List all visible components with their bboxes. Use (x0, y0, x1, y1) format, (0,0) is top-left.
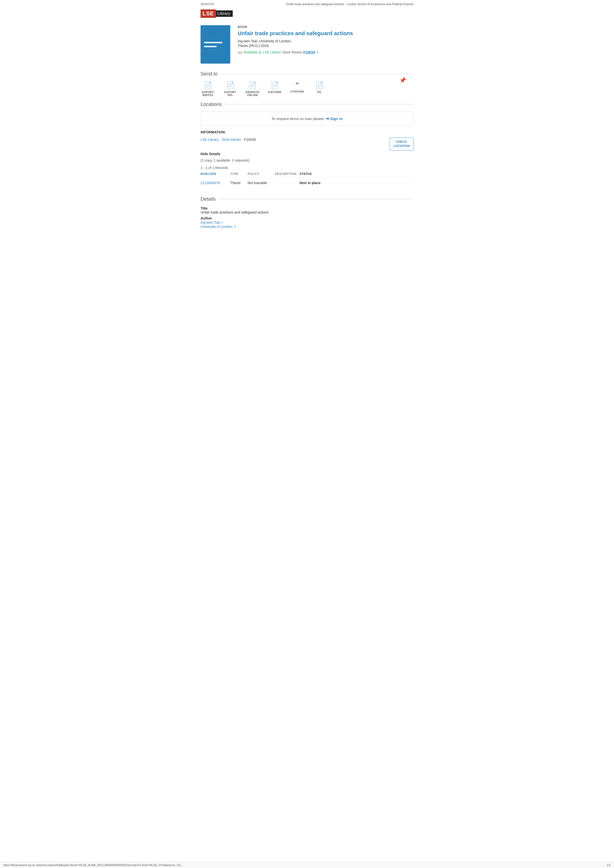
signin-icon: ➡ (326, 116, 329, 121)
availability-arrow: > (316, 50, 319, 54)
loan-text: To request items on loan please (272, 116, 324, 121)
availability-prefix: Available at (243, 50, 261, 54)
author-link2[interactable]: University of London, > (201, 225, 236, 229)
book-thesis: Thesis (Ph.D.) 2019 (238, 44, 413, 48)
location-callnum: F10034 (244, 138, 256, 141)
availability-icon: 📖 (238, 50, 242, 54)
table-row: 2112643479 Thesis Not loanable Item in p… (201, 180, 413, 186)
cover-decoration-2 (204, 46, 217, 47)
details-section: Details Title Unfair trade practices and… (201, 196, 413, 229)
header-type: TYPE (230, 172, 245, 176)
send-to-panel: 📄 EXPORTBIBTEX 📄 EXPORTRIS 📄 ENDNOTEONLI… (201, 81, 413, 96)
endnote-button[interactable]: 📄 ENDNOTEONLINE (245, 81, 260, 96)
header-policy: POLICY (247, 172, 272, 176)
loan-request-box: To request items on loan please ➡ Sign i… (201, 112, 413, 126)
locations-title: Locations (201, 101, 222, 107)
citation-label: CITATION (291, 90, 304, 93)
send-to-divider (220, 74, 413, 74)
export-bibtex-button[interactable]: 📄 EXPORTBIBTEX (201, 81, 215, 96)
cell-type: Thesis (230, 181, 245, 185)
information-label: INFORMATION: (201, 130, 413, 134)
easybib-label: EASYBIB (268, 91, 281, 93)
hide-details-toggle[interactable]: Hide Details (201, 152, 413, 156)
export-ris-icon: 📄 (226, 81, 235, 89)
pe-button[interactable]: 📄 PE (312, 81, 327, 96)
export-ris-button[interactable]: 📄 EXPORTRIS (223, 81, 238, 96)
signin-link[interactable]: ➡ Sign in (326, 116, 342, 121)
pin-icon: 📌 (399, 77, 406, 84)
citation-icon: " (295, 81, 298, 89)
copy-info: (1 copy, 1 available, 0 requests) (201, 158, 413, 162)
export-ris-label: EXPORTRIS (224, 91, 236, 96)
title-label: Title (201, 206, 413, 210)
header-status: STATUS (300, 172, 413, 176)
endnote-icon: 📄 (248, 81, 257, 89)
lse-logo: LSE (201, 9, 216, 18)
export-bibtex-icon: 📄 (204, 81, 213, 89)
pe-icon: 📄 (315, 81, 324, 89)
check-location-button[interactable]: CHECKLOCATION (390, 138, 413, 150)
location-library-link[interactable]: LSE Library (201, 138, 219, 141)
book-type-label: BOOK (238, 25, 413, 29)
library-link[interactable]: LSE Library (263, 50, 281, 54)
information-panel: INFORMATION: LSE Library Store theses F1… (201, 130, 413, 186)
cell-status: Item in place (300, 181, 413, 185)
cell-barcode: 2112643479 (201, 181, 228, 185)
book-title: Unfair trade practices and safeguard act… (238, 30, 413, 37)
signin-text: Sign in (330, 116, 342, 121)
author-label: Author (201, 216, 413, 220)
header-description: DESCRIPTION (275, 172, 297, 176)
citation-button[interactable]: " CITATION (290, 81, 305, 96)
library-logo: Library (216, 10, 233, 17)
book-info-panel: BOOK Unfair trade practices and safeguar… (238, 25, 413, 64)
details-divider (218, 199, 413, 199)
page-title-bar: Unfair trade practices and safeguard act… (286, 3, 413, 6)
book-author: Ing-wen Tsai; University of London, (238, 39, 413, 43)
table-header-row: BARCODE TYPE POLICY DESCRIPTION STATUS (201, 172, 413, 177)
cell-policy: Not loanable (247, 181, 272, 185)
author-link1[interactable]: Ing-wen Tsai > (201, 220, 223, 225)
easybib-button[interactable]: 📄 EASYBIB (267, 81, 282, 96)
endnote-label: ENDNOTEONLINE (246, 91, 260, 96)
export-bibtex-label: EXPORTBIBTEX (202, 91, 214, 96)
easybib-icon: 📄 (270, 81, 279, 89)
send-to-title: Send to (201, 71, 218, 77)
page-date: 2019/7/19 (201, 3, 214, 6)
store-text: Store theses (282, 50, 302, 54)
cover-decoration-1 (204, 42, 222, 43)
location-store-link[interactable]: Store theses (222, 138, 241, 141)
header-barcode: BARCODE (201, 172, 228, 176)
details-title: Details (201, 196, 216, 202)
book-cover-image (201, 25, 230, 64)
call-number[interactable]: F10034 (303, 50, 315, 54)
pe-label: PE (317, 91, 321, 93)
title-value: Unfair trade practices and safeguard act… (201, 210, 413, 214)
cell-description (275, 181, 297, 185)
records-count: 1 - 1 of 1 Records (201, 166, 413, 170)
